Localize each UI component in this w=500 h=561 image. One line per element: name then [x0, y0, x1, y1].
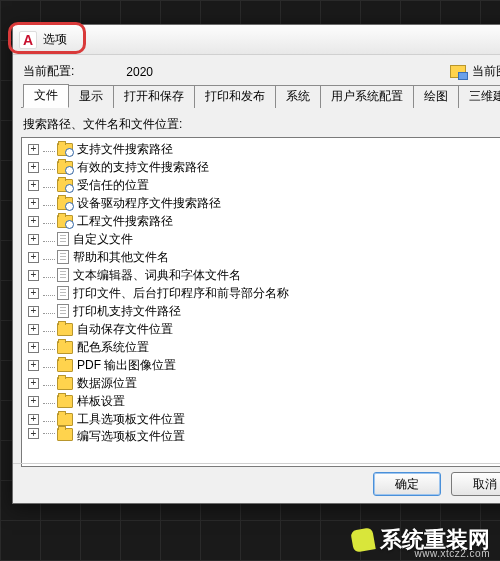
folder-closed-icon — [57, 395, 73, 408]
tree-connector — [43, 398, 55, 404]
tab-1[interactable]: 显示 — [68, 85, 114, 108]
dialog-titlebar[interactable]: A 选项 — [13, 25, 500, 55]
watermark-url: www.xtcz2.com — [415, 548, 490, 559]
tree-item-label: 设备驱动程序文件搜索路径 — [77, 195, 221, 212]
tree-item[interactable]: +工程文件搜索路径 — [22, 212, 500, 230]
dialog-body: 当前配置: 2020 当前图形: 文件显示打开和保存打印和发布系统用户系统配置绘… — [13, 55, 500, 463]
expand-icon[interactable]: + — [28, 414, 39, 425]
tree-item[interactable]: +自定义文件 — [22, 230, 500, 248]
tree-item-label: 数据源位置 — [77, 375, 137, 392]
tree-connector — [43, 182, 55, 188]
app-icon: A — [19, 31, 37, 49]
tree-connector — [43, 218, 55, 224]
tree-item[interactable]: +自动保存文件位置 — [22, 320, 500, 338]
tab-3[interactable]: 打印和发布 — [194, 85, 276, 108]
expand-icon[interactable]: + — [28, 162, 39, 173]
tree-panel[interactable]: +支持文件搜索路径+有效的支持文件搜索路径+受信任的位置+设备驱动程序文件搜索路… — [21, 137, 500, 467]
folder-search-icon — [57, 143, 73, 156]
folder-search-icon — [57, 197, 73, 210]
folder-closed-icon — [57, 413, 73, 426]
folder-closed-icon — [57, 341, 73, 354]
tree-connector — [43, 164, 55, 170]
tree-item-label: PDF 输出图像位置 — [77, 357, 176, 374]
ok-button[interactable]: 确定 — [373, 472, 441, 496]
folder-closed-icon — [57, 428, 73, 441]
expand-icon[interactable]: + — [28, 342, 39, 353]
doc-icon — [57, 250, 69, 264]
tree-item-label: 工程文件搜索路径 — [77, 213, 173, 230]
button-bar: 确定 取消 — [13, 463, 500, 503]
tree-item-label: 有效的支持文件搜索路径 — [77, 159, 209, 176]
tree-item[interactable]: +工具选项板文件位置 — [22, 410, 500, 428]
tree-item-label: 工具选项板文件位置 — [77, 411, 185, 428]
tree-item[interactable]: +编写选项板文件位置 — [22, 428, 500, 440]
tree-item[interactable]: +帮助和其他文件名 — [22, 248, 500, 266]
tree-item-label: 文本编辑器、词典和字体文件名 — [73, 267, 241, 284]
expand-icon[interactable]: + — [28, 144, 39, 155]
expand-icon[interactable]: + — [28, 324, 39, 335]
tree-connector — [43, 416, 55, 422]
tab-5[interactable]: 用户系统配置 — [320, 85, 414, 108]
expand-icon[interactable]: + — [28, 180, 39, 191]
tree-connector — [43, 236, 55, 242]
expand-icon[interactable]: + — [28, 378, 39, 389]
tree-item-label: 打印机支持文件路径 — [73, 303, 181, 320]
expand-icon[interactable]: + — [28, 360, 39, 371]
current-config-label: 当前配置: — [23, 63, 74, 80]
tree-connector — [43, 308, 55, 314]
expand-icon[interactable]: + — [28, 270, 39, 281]
tree-item[interactable]: +文本编辑器、词典和字体文件名 — [22, 266, 500, 284]
folder-closed-icon — [57, 359, 73, 372]
tree-item[interactable]: +支持文件搜索路径 — [22, 140, 500, 158]
cancel-button[interactable]: 取消 — [451, 472, 500, 496]
tab-4[interactable]: 系统 — [275, 85, 321, 108]
current-config-value: 2020 — [126, 65, 153, 79]
tree-item-label: 自定义文件 — [73, 231, 133, 248]
expand-icon[interactable]: + — [28, 396, 39, 407]
folder-search-icon — [57, 161, 73, 174]
folder-closed-icon — [57, 377, 73, 390]
tree-item[interactable]: +设备驱动程序文件搜索路径 — [22, 194, 500, 212]
tree-connector — [43, 200, 55, 206]
tree-connector — [43, 146, 55, 152]
tree-item[interactable]: +打印文件、后台打印程序和前导部分名称 — [22, 284, 500, 302]
tree-item[interactable]: +有效的支持文件搜索路径 — [22, 158, 500, 176]
tree-item-label: 样板设置 — [77, 393, 125, 410]
tree-item-label: 配色系统位置 — [77, 339, 149, 356]
expand-icon[interactable]: + — [28, 198, 39, 209]
expand-icon[interactable]: + — [28, 234, 39, 245]
doc-icon — [57, 232, 69, 246]
tree-item-label: 受信任的位置 — [77, 177, 149, 194]
tree-connector — [43, 254, 55, 260]
tree-connector — [43, 272, 55, 278]
tree-item-label: 支持文件搜索路径 — [77, 141, 173, 158]
tab-7[interactable]: 三维建模 — [458, 85, 500, 108]
tree-connector — [43, 290, 55, 296]
doc-icon — [57, 268, 69, 282]
expand-icon[interactable]: + — [28, 306, 39, 317]
tree-item[interactable]: +配色系统位置 — [22, 338, 500, 356]
tree-item[interactable]: +样板设置 — [22, 392, 500, 410]
tab-2[interactable]: 打开和保存 — [113, 85, 195, 108]
tree-connector — [43, 380, 55, 386]
tabstrip: 文件显示打开和保存打印和发布系统用户系统配置绘图三维建模选择 — [21, 86, 500, 108]
tab-6[interactable]: 绘图 — [413, 85, 459, 108]
options-dialog: A 选项 当前配置: 2020 当前图形: 文件显示打开和保存打印和发布系统用户… — [12, 24, 500, 504]
tree-item-label: 编写选项板文件位置 — [77, 428, 185, 445]
expand-icon[interactable]: + — [28, 252, 39, 263]
expand-icon[interactable]: + — [28, 288, 39, 299]
tree-item[interactable]: +数据源位置 — [22, 374, 500, 392]
expand-icon[interactable]: + — [28, 216, 39, 227]
folder-search-icon — [57, 179, 73, 192]
group-label: 搜索路径、文件名和文件位置: — [23, 116, 500, 133]
tree-item[interactable]: +PDF 输出图像位置 — [22, 356, 500, 374]
folder-search-icon — [57, 215, 73, 228]
tree-item[interactable]: +受信任的位置 — [22, 176, 500, 194]
tree-item-label: 帮助和其他文件名 — [73, 249, 169, 266]
tab-0[interactable]: 文件 — [23, 84, 69, 108]
tree-item[interactable]: +打印机支持文件路径 — [22, 302, 500, 320]
drawing-icon — [450, 65, 466, 78]
current-drawing-label: 当前图形: — [472, 63, 500, 80]
doc-icon — [57, 286, 69, 300]
expand-icon[interactable]: + — [28, 428, 39, 439]
